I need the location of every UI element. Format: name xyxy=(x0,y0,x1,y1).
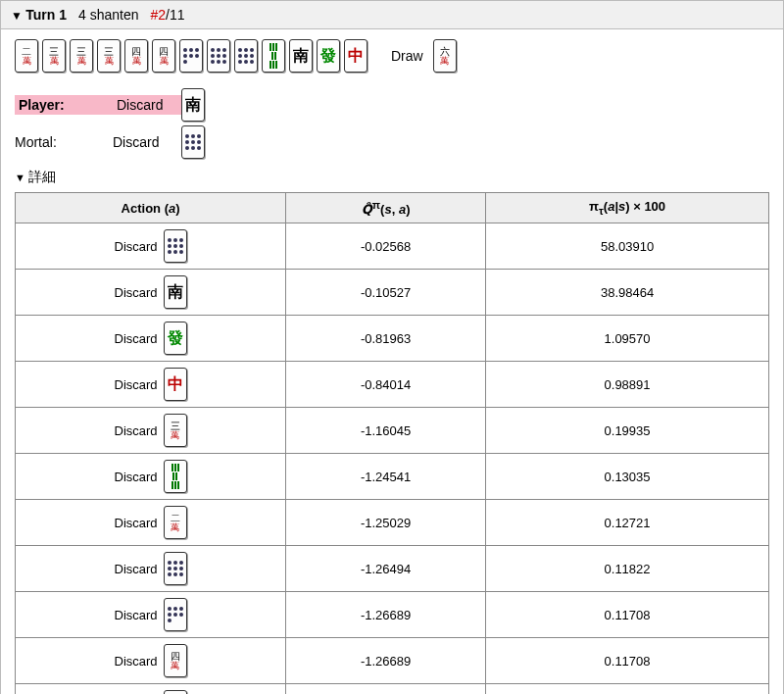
tile-nan: 南 xyxy=(181,88,205,122)
q-value: -1.25029 xyxy=(286,500,486,546)
tile-8s xyxy=(164,460,187,493)
tile-nan: 南 xyxy=(289,39,313,73)
tile-2m: 二萬 xyxy=(164,506,187,539)
rank-total: /11 xyxy=(166,7,184,23)
table-row: Discard-1.245410.13035 xyxy=(16,454,769,500)
tile-6m: 六萬 xyxy=(433,39,457,73)
q-value: -1.26494 xyxy=(286,546,486,592)
details-table: Action (a) Q̂π(s, a) πτ(a|s) × 100 Disca… xyxy=(15,192,769,694)
tile-hatsu: 發 xyxy=(317,39,340,73)
tile-3m: 三萬 xyxy=(97,39,121,73)
action-cell: Discard六萬 xyxy=(16,684,286,694)
col-action: Action (a) xyxy=(16,193,286,223)
tile-3m: 三萬 xyxy=(42,39,66,73)
tile-3m: 三萬 xyxy=(164,414,187,447)
tile-chun: 中 xyxy=(164,368,187,401)
discard-label: Discard xyxy=(115,516,158,530)
q-value: -0.84014 xyxy=(286,362,486,408)
player-label: Player: xyxy=(15,95,113,115)
player-tile: 南 xyxy=(181,88,205,122)
tile-nan: 南 xyxy=(164,275,187,309)
decisions: Player: Discard 南 Mortal: Discard xyxy=(1,82,783,169)
tile-9p xyxy=(181,125,205,159)
tile-chun: 中 xyxy=(344,39,368,73)
table-row: Discard四萬-1.266890.11708 xyxy=(16,638,769,684)
tile-8s xyxy=(262,39,285,73)
shanten-label: 4 shanten xyxy=(78,7,139,23)
discard-label: Discard xyxy=(115,470,158,484)
table-row: Discard-0.0256858.03910 xyxy=(16,223,769,270)
rank-label: #2/11 xyxy=(150,7,184,23)
pi-value: 0.08237 xyxy=(486,684,769,694)
details-table-wrap: Action (a) Q̂π(s, a) πτ(a|s) × 100 Disca… xyxy=(1,192,783,694)
pi-value: 38.98464 xyxy=(486,270,769,316)
q-value: -1.16045 xyxy=(286,408,486,454)
q-value: -0.10527 xyxy=(286,270,486,316)
tile-9p xyxy=(164,229,187,263)
pi-value: 0.11708 xyxy=(486,638,769,684)
tile-4m: 四萬 xyxy=(164,644,187,677)
action-cell: Discard xyxy=(16,454,286,500)
discard-label: Discard xyxy=(115,331,158,346)
tile-9p_b xyxy=(164,552,187,585)
rank-number: #2 xyxy=(150,7,166,23)
tile-hatsu: 發 xyxy=(164,322,187,355)
details-toggle[interactable]: 詳細 xyxy=(1,169,783,192)
action-cell: Discard xyxy=(16,546,286,592)
discard-label: Discard xyxy=(115,377,158,392)
draw-label: Draw xyxy=(391,48,423,64)
discard-label: Discard xyxy=(115,608,158,622)
pi-value: 0.19935 xyxy=(486,408,769,454)
mortal-action: Discard xyxy=(113,134,181,150)
details-toggle-label: 詳細 xyxy=(28,169,56,184)
mortal-tile xyxy=(181,125,205,159)
q-value: -0.81963 xyxy=(286,316,486,362)
action-cell: Discard三萬 xyxy=(16,408,286,454)
discard-label: Discard xyxy=(115,423,158,438)
pi-value: 0.13035 xyxy=(486,454,769,500)
player-action: Discard xyxy=(113,95,181,115)
discard-label: Discard xyxy=(115,654,158,669)
player-decision: Player: Discard 南 xyxy=(15,86,769,124)
tile-7p xyxy=(179,39,203,73)
q-value: -1.26689 xyxy=(286,592,486,638)
q-value: -0.02568 xyxy=(286,223,486,270)
pi-value: 0.11708 xyxy=(486,592,769,638)
turn-label: Turn 1 xyxy=(11,7,67,23)
tile-6m: 六萬 xyxy=(164,690,187,694)
mortal-decision: Mortal: Discard xyxy=(15,124,769,161)
table-row: Discard中-0.840140.98891 xyxy=(16,362,769,408)
col-q: Q̂π(s, a) xyxy=(286,193,486,223)
review-panel: Turn 1 4 shanten #2/11 二萬三萬三萬三萬四萬四萬南發中Dr… xyxy=(0,0,784,694)
tile-2m: 二萬 xyxy=(15,39,38,73)
q-value: -1.26689 xyxy=(286,638,486,684)
mortal-label: Mortal: xyxy=(15,134,113,150)
tile-4m: 四萬 xyxy=(124,39,148,73)
table-row: Discard發-0.819631.09570 xyxy=(16,316,769,362)
q-value: -1.33721 xyxy=(286,684,486,694)
pi-value: 1.09570 xyxy=(486,316,769,362)
table-row: Discard六萬-1.337210.08237 xyxy=(16,684,769,694)
hand-area: 二萬三萬三萬三萬四萬四萬南發中Draw六萬 xyxy=(1,29,783,82)
table-row: Discard南-0.1052738.98464 xyxy=(16,270,769,316)
tile-9p xyxy=(234,39,258,73)
panel-header[interactable]: Turn 1 4 shanten #2/11 xyxy=(1,1,783,29)
pi-value: 0.12721 xyxy=(486,500,769,546)
tile-9p xyxy=(207,39,230,73)
table-row: Discard-1.266890.11708 xyxy=(16,592,769,638)
col-pi: πτ(a|s) × 100 xyxy=(486,193,769,223)
discard-label: Discard xyxy=(115,285,158,300)
pi-value: 0.11822 xyxy=(486,546,769,592)
action-cell: Discard南 xyxy=(16,270,286,316)
q-value: -1.24541 xyxy=(286,454,486,500)
discard-label: Discard xyxy=(115,562,158,576)
action-cell: Discard xyxy=(16,223,286,270)
action-cell: Discard二萬 xyxy=(16,500,286,546)
table-row: Discard二萬-1.250290.12721 xyxy=(16,500,769,546)
tile-4m: 四萬 xyxy=(152,39,175,73)
table-row: Discard三萬-1.160450.19935 xyxy=(16,408,769,454)
tile-3m: 三萬 xyxy=(70,39,93,73)
action-cell: Discard中 xyxy=(16,362,286,408)
tile-7p xyxy=(164,598,187,631)
table-row: Discard-1.264940.11822 xyxy=(16,546,769,592)
